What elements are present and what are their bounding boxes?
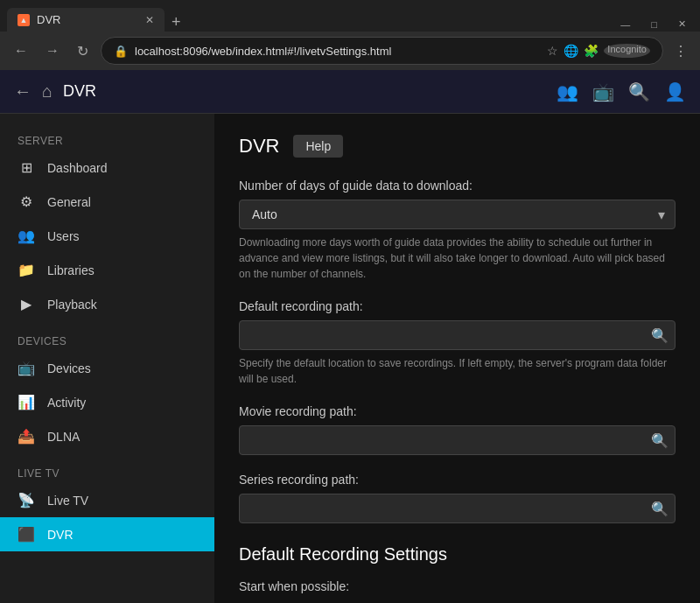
guide-data-section: Number of days of guide data to download… <box>239 179 676 282</box>
url-display: localhost:8096/web/index.html#!/livetvSe… <box>135 45 540 58</box>
cast-icon[interactable]: 📺 <box>592 81 614 102</box>
start-when-possible-label: Start when possible: <box>239 579 349 593</box>
sidebar-item-label: Activity <box>47 396 86 410</box>
sidebar: Server ⊞ Dashboard ⚙ General 👥 Users 📁 L… <box>0 114 214 603</box>
start-when-possible-section: Start when possible: <box>239 578 676 594</box>
header-actions: 👥 📺 🔍 👤 <box>556 81 686 102</box>
series-path-section: Series recording path: 🔍 <box>239 473 676 523</box>
sidebar-item-label: Libraries <box>47 263 94 277</box>
sidebar-item-general[interactable]: ⚙ General <box>0 185 214 219</box>
window-controls: — □ ✕ <box>613 17 693 32</box>
dlna-icon: 📤 <box>18 428 35 445</box>
maximize-button[interactable]: □ <box>644 17 664 32</box>
sidebar-item-libraries[interactable]: 📁 Libraries <box>0 253 214 287</box>
star-icon[interactable]: ☆ <box>547 44 558 58</box>
address-bar-icons: ☆ 🌐 🧩 Incognito <box>547 44 650 58</box>
activity-icon: 📊 <box>18 394 35 410</box>
sidebar-item-label: General <box>47 195 91 209</box>
default-path-input[interactable] <box>239 320 676 350</box>
tab-title: DVR <box>37 13 60 26</box>
globe-icon: 🌐 <box>564 44 578 58</box>
movie-path-input-wrapper: 🔍 <box>239 425 676 455</box>
main-layout: Server ⊞ Dashboard ⚙ General 👥 Users 📁 L… <box>0 114 700 603</box>
sidebar-item-dlna[interactable]: 📤 DLNA <box>0 419 214 453</box>
gear-icon: ⚙ <box>18 193 35 210</box>
tab-bar: ▲ DVR ✕ + — □ ✕ <box>0 0 700 32</box>
sidebar-item-label: Playback <box>47 298 97 312</box>
tab-favicon: ▲ <box>18 14 30 26</box>
sidebar-item-dashboard[interactable]: ⊞ Dashboard <box>0 151 214 185</box>
server-section-label: Server <box>0 128 214 151</box>
address-bar-row: ← → ↻ 🔒 localhost:8096/web/index.html#!/… <box>0 32 700 70</box>
user-icon[interactable]: 👤 <box>664 81 686 102</box>
main-content: DVR Help Number of days of guide data to… <box>214 114 700 603</box>
puzzle-icon: 🧩 <box>584 44 598 58</box>
guide-data-hint: Downloading more days worth of guide dat… <box>239 235 676 282</box>
page-header: DVR Help <box>239 135 676 158</box>
sidebar-item-label: Users <box>47 229 80 243</box>
default-path-input-wrapper: 🔍 <box>239 320 676 350</box>
default-path-hint: Specify the default location to save rec… <box>239 355 676 387</box>
divider-1 <box>0 321 214 328</box>
dvr-icon: ⬛ <box>18 526 35 543</box>
minimize-button[interactable]: — <box>613 17 637 32</box>
default-path-label: Default recording path: <box>239 299 676 313</box>
series-path-search-button[interactable]: 🔍 <box>651 501 668 517</box>
sidebar-item-activity[interactable]: 📊 Activity <box>0 385 214 419</box>
default-path-section: Default recording path: 🔍 Specify the de… <box>239 299 676 387</box>
sidebar-item-label: Live TV <box>47 494 88 508</box>
movie-path-search-button[interactable]: 🔍 <box>651 432 668 449</box>
app-home-button[interactable]: ⌂ <box>42 81 52 102</box>
back-nav-button[interactable]: ← <box>9 41 33 60</box>
sidebar-item-devices[interactable]: 📺 Devices <box>0 351 214 385</box>
forward-nav-button[interactable]: → <box>40 41 65 60</box>
sidebar-item-playback[interactable]: ▶ Playback <box>0 287 214 321</box>
users-icon: 👥 <box>18 228 35 244</box>
active-tab: ▲ DVR ✕ <box>7 8 164 32</box>
sidebar-item-users[interactable]: 👥 Users <box>0 219 214 253</box>
app-back-button[interactable]: ← <box>14 81 32 102</box>
new-tab-button[interactable]: + <box>164 13 188 32</box>
close-button[interactable]: ✕ <box>671 17 693 32</box>
devices-section-label: Devices <box>0 328 214 351</box>
guide-data-select[interactable]: Auto <box>239 200 676 229</box>
series-path-input[interactable] <box>239 494 676 523</box>
livetv-section-label: Live TV <box>0 460 214 483</box>
sidebar-item-label: DVR <box>47 528 74 542</box>
sidebar-item-dvr[interactable]: ⬛ DVR <box>0 517 214 551</box>
divider-2 <box>0 453 214 460</box>
recording-settings-title: Default Recording Settings <box>239 544 676 564</box>
guide-data-label: Number of days of guide data to download… <box>239 179 676 193</box>
address-bar[interactable]: 🔒 localhost:8096/web/index.html#!/livetv… <box>101 37 663 65</box>
sidebar-item-label: Dashboard <box>47 161 108 175</box>
search-icon[interactable]: 🔍 <box>628 81 650 102</box>
refresh-button[interactable]: ↻ <box>72 41 94 61</box>
profile-icon: Incognito <box>604 44 650 58</box>
devices-icon: 📺 <box>18 360 35 376</box>
series-path-label: Series recording path: <box>239 473 676 487</box>
help-button[interactable]: Help <box>293 135 343 158</box>
guide-data-select-wrapper: Auto ▾ <box>239 200 676 229</box>
sidebar-item-label: DLNA <box>47 430 80 444</box>
sidebar-item-label: Devices <box>47 361 91 375</box>
page-title: DVR <box>239 135 279 158</box>
app-header: ← ⌂ DVR 👥 📺 🔍 👤 <box>0 70 700 114</box>
app-title: DVR <box>63 82 556 101</box>
dashboard-icon: ⊞ <box>18 159 35 176</box>
livetv-icon: 📡 <box>18 492 35 508</box>
menu-button[interactable]: ⋮ <box>670 39 691 63</box>
movie-path-label: Movie recording path: <box>239 404 676 418</box>
movie-path-input[interactable] <box>239 425 676 455</box>
sidebar-item-livetv[interactable]: 📡 Live TV <box>0 483 214 517</box>
toolbar-icons: ⋮ <box>670 39 691 63</box>
folder-icon: 📁 <box>18 262 35 278</box>
default-path-search-button[interactable]: 🔍 <box>651 327 668 344</box>
people-icon[interactable]: 👥 <box>556 81 578 102</box>
tab-close-button[interactable]: ✕ <box>145 14 154 26</box>
browser-chrome: ▲ DVR ✕ + — □ ✕ ← → ↻ 🔒 localhost:8096/w… <box>0 0 700 70</box>
play-icon: ▶ <box>18 296 35 312</box>
movie-path-section: Movie recording path: 🔍 <box>239 404 676 455</box>
series-path-input-wrapper: 🔍 <box>239 494 676 523</box>
